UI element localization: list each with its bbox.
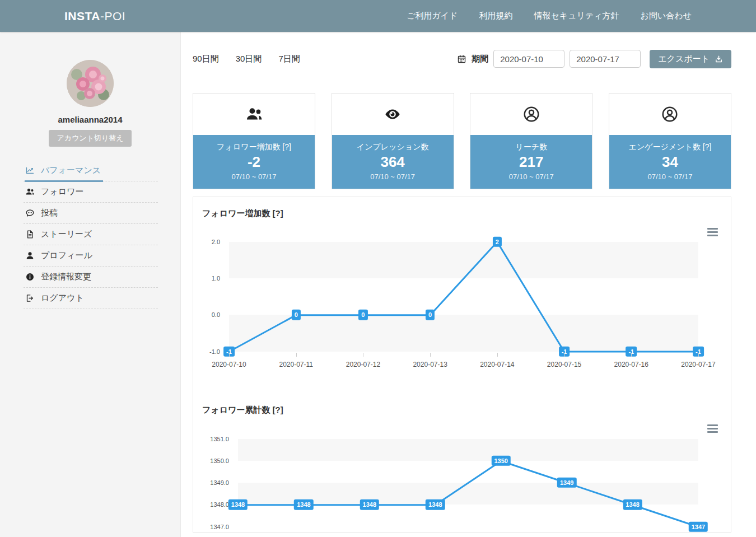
data-point-label: 1348 <box>294 499 313 510</box>
sidebar-item-logout[interactable]: ログアウト <box>24 288 158 309</box>
data-point-label: 1349 <box>557 478 576 488</box>
data-point-label: 2 <box>493 236 502 246</box>
avatar <box>67 60 114 107</box>
sidebar-item-label: ログアウト <box>41 293 84 303</box>
document-icon <box>25 230 35 240</box>
nav-user-guide[interactable]: ご利用ガイド <box>407 11 458 21</box>
stat-cards-row: フォロワー増加数 [?] -2 07/10 ~ 07/17 インプレッション数 … <box>193 93 731 189</box>
x-axis-label: 2020-07-13 <box>413 361 447 368</box>
axis-tick <box>564 353 565 357</box>
logout-icon <box>25 293 35 303</box>
data-point-label: 0 <box>426 310 435 320</box>
top-nav: ご利用ガイド 利用規約 情報セキュリティ方針 お問い合わせ <box>407 11 692 21</box>
chart-line-icon <box>25 166 35 176</box>
date-from-input[interactable] <box>493 50 564 68</box>
stat-card-engagement: エンゲージメント数 [?] 34 07/10 ~ 07/17 <box>609 93 731 189</box>
axis-tick <box>698 353 699 357</box>
switch-account-button[interactable]: アカウント切り替え <box>49 130 131 147</box>
stat-label: エンゲージメント数 [?] <box>609 142 731 152</box>
range-7-days-button[interactable]: 7日間 <box>278 54 300 64</box>
data-point-label: 1348 <box>228 499 248 510</box>
chart-title-follower-total: フォロワー累計数 [?] <box>202 405 283 415</box>
range-selector: 90日間 30日間 7日間 <box>193 54 300 64</box>
axis-tick <box>229 353 230 357</box>
chart-title-follower-increase: フォロワー増加数 [?] <box>202 208 283 219</box>
sidebar-item-label: フォロワー <box>41 186 83 197</box>
x-axis-label: 2020-07-14 <box>480 361 514 368</box>
range-90-days-button[interactable]: 90日間 <box>193 54 219 64</box>
sidebar-item-posts[interactable]: 投稿 <box>24 203 158 224</box>
date-to-input[interactable] <box>570 50 641 68</box>
axis-tick <box>430 353 431 357</box>
sidebar-item-label: ストーリーズ <box>41 229 92 240</box>
app-header: INSTA-POI ご利用ガイド 利用規約 情報セキュリティ方針 お問い合わせ <box>0 0 756 32</box>
x-axis-label: 2020-07-15 <box>547 361 581 368</box>
users-icon <box>25 187 35 197</box>
sidebar-item-profile[interactable]: プロフィール <box>24 245 158 267</box>
period-controls: 期間 エクスポート <box>457 50 731 68</box>
nav-terms[interactable]: 利用規約 <box>479 11 512 21</box>
sidebar-item-followers[interactable]: フォロワー <box>24 181 158 203</box>
stat-card-body: エンゲージメント数 [?] 34 07/10 ~ 07/17 <box>609 135 731 189</box>
x-axis-label: 2020-07-16 <box>614 361 648 368</box>
axis-tick <box>296 353 297 357</box>
users-icon <box>193 94 315 135</box>
stat-card-body: フォロワー増加数 [?] -2 07/10 ~ 07/17 <box>193 135 315 189</box>
main-content: 90日間 30日間 7日間 期間 エクスポート <box>181 32 756 537</box>
stat-range: 07/10 ~ 07/17 <box>470 172 592 181</box>
stat-range: 07/10 ~ 07/17 <box>609 172 731 181</box>
x-axis-label: 2020-07-12 <box>346 361 380 368</box>
stat-label: インプレッション数 <box>332 142 454 152</box>
x-axis-label: 2020-07-10 <box>212 361 246 368</box>
line-series <box>193 236 731 374</box>
export-button-label: エクスポート <box>658 54 710 64</box>
chart-follower-total: 1351.01350.01349.01348.01347.01348134813… <box>193 432 731 533</box>
chart-follower-increase: 2.01.00.0-1.0-10002-1-1-12020-07-102020-… <box>193 236 731 374</box>
sidebar-item-label: パフォーマンス <box>41 165 101 176</box>
stat-card-follower-increase: フォロワー増加数 [?] -2 07/10 ~ 07/17 <box>193 93 315 189</box>
stat-label: リーチ数 <box>470 142 592 152</box>
export-button[interactable]: エクスポート <box>650 50 731 68</box>
eye-icon <box>332 94 454 135</box>
data-point-label: 1348 <box>623 499 642 510</box>
sidebar-item-stories[interactable]: ストーリーズ <box>24 224 158 245</box>
data-point-label: 1348 <box>426 499 445 510</box>
sidebar-item-account-info[interactable]: 登録情報変更 <box>24 267 158 288</box>
range-30-days-button[interactable]: 30日間 <box>236 54 262 64</box>
stat-card-body: インプレッション数 364 07/10 ~ 07/17 <box>332 135 454 189</box>
period-label: 期間 <box>472 54 488 64</box>
stat-card-reach: リーチ数 217 07/10 ~ 07/17 <box>470 93 592 189</box>
sidebar: ameliaanna2014 アカウント切り替え パフォーマンス フォロワー <box>0 32 181 537</box>
axis-tick <box>631 353 632 357</box>
user-circle-icon <box>609 94 731 135</box>
logo-light: -POI <box>100 10 125 22</box>
avatar-roses-image <box>67 60 114 107</box>
username: ameliaanna2014 <box>0 115 180 124</box>
stat-range: 07/10 ~ 07/17 <box>332 172 454 181</box>
stat-value: 364 <box>332 154 454 170</box>
comment-icon <box>25 208 35 218</box>
stat-label: フォロワー増加数 [?] <box>193 142 315 152</box>
data-point-label: 0 <box>292 310 301 320</box>
axis-tick <box>497 353 498 357</box>
axis-tick <box>363 353 363 357</box>
user-circle-icon <box>470 94 592 135</box>
logo: INSTA-POI <box>64 10 125 23</box>
data-point-label: 1347 <box>689 521 708 531</box>
nav-security-policy[interactable]: 情報セキュリティ方針 <box>534 11 619 21</box>
info-icon <box>25 272 35 282</box>
data-point-label: 1350 <box>491 456 510 466</box>
sidebar-item-label: プロフィール <box>41 250 92 261</box>
data-point-label: 1348 <box>360 499 379 510</box>
nav-contact[interactable]: お問い合わせ <box>641 11 692 21</box>
x-axis-label: 2020-07-17 <box>681 361 715 368</box>
stat-value: 217 <box>470 154 592 170</box>
line-series <box>193 432 731 533</box>
sidebar-menu: パフォーマンス フォロワー 投稿 ストーリーズ <box>24 160 158 309</box>
logo-bold: INSTA <box>64 10 100 22</box>
sidebar-item-performance[interactable]: パフォーマンス <box>24 160 158 181</box>
controls-row: 90日間 30日間 7日間 期間 エクスポート <box>193 49 731 68</box>
stat-range: 07/10 ~ 07/17 <box>193 172 315 181</box>
calendar-icon <box>457 54 466 64</box>
charts-panel: フォロワー増加数 [?] 2.01.00.0-1.0-10002-1-1-120… <box>193 197 731 533</box>
